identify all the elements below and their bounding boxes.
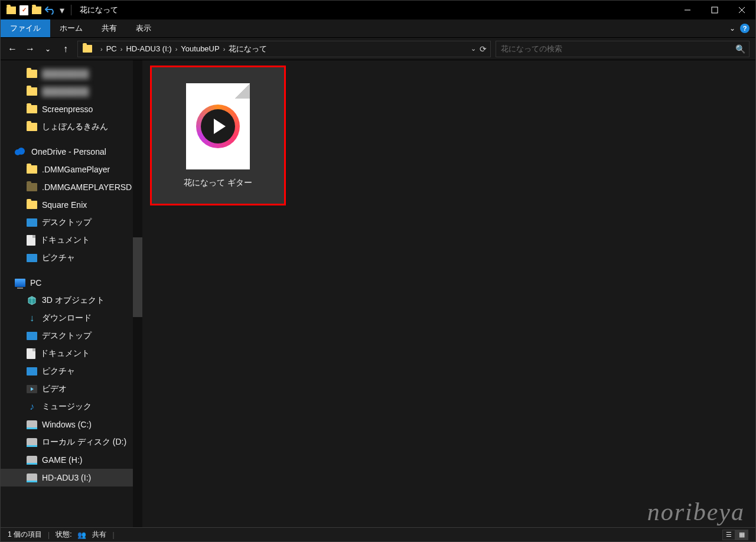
qat-dropdown-icon[interactable]: ▾ [59, 5, 65, 16]
shared-icon: 👥 [77, 531, 86, 539]
scrollbar[interactable] [133, 60, 142, 527]
folder-icon [27, 201, 37, 209]
download-icon: ↓ [27, 313, 37, 324]
search-icon[interactable]: 🔍 [731, 44, 749, 54]
tree-item[interactable]: OneDrive - Personal [1, 143, 142, 161]
tree-item-label: Windows (C:) [42, 420, 92, 429]
tree-item-label: ミュージック [42, 401, 92, 412]
breadcrumb-segment[interactable]: 花になって [229, 44, 267, 54]
folder-icon [6, 6, 16, 14]
view-details-button[interactable]: ☰ [722, 530, 735, 540]
tree-item-label: Square Enix [42, 200, 87, 210]
tree-item[interactable]: Square Enix [1, 196, 142, 214]
tree-item[interactable]: ドキュメント [1, 231, 142, 249]
picture-icon [27, 332, 37, 340]
tree-item-label: 3D オブジェクト [42, 295, 105, 306]
picture-icon [27, 218, 37, 227]
tree-item-label: GAME (H:) [42, 455, 82, 465]
tree-item-label: ████████ [42, 87, 89, 96]
tree-item[interactable]: ████████ [1, 65, 142, 83]
tree-item[interactable]: しょぼんるきみん [1, 118, 142, 136]
minimize-button[interactable] [674, 1, 701, 19]
tree-item-label: HD-ADU3 (I:) [42, 473, 91, 482]
separator [71, 5, 71, 15]
up-button[interactable]: ↑ [57, 41, 74, 57]
tree-item[interactable]: デスクトップ [1, 214, 142, 231]
nav-bar: ← → ⌄ ↑ › PC › HD-ADU3 (I:) › YoutubeUP … [1, 38, 755, 60]
undo-icon[interactable] [45, 5, 56, 15]
3d-objects-icon [27, 296, 37, 305]
tab-home[interactable]: ホーム [50, 19, 92, 37]
close-button[interactable] [728, 1, 755, 19]
drive-icon [27, 456, 37, 464]
tree-item[interactable]: ドキュメント [1, 345, 142, 363]
tree-item[interactable]: Windows (C:) [1, 416, 142, 433]
window-title: 花になって [80, 5, 118, 15]
folder-icon [27, 87, 37, 96]
search-box[interactable]: 🔍 [496, 41, 750, 57]
file-list[interactable]: 花になって ギター [142, 60, 755, 527]
tree-item[interactable]: ピクチャ [1, 363, 142, 380]
folder-icon [27, 183, 37, 191]
search-input[interactable] [496, 41, 731, 57]
breadcrumb-segment[interactable]: PC [106, 44, 117, 53]
pc-icon [15, 279, 25, 287]
file-item[interactable]: 花になって ギター [151, 66, 285, 205]
folder-icon [27, 70, 37, 78]
video-icon [27, 385, 37, 393]
recent-dropdown-icon[interactable]: ⌄ [40, 41, 56, 57]
tab-view[interactable]: 表示 [126, 19, 161, 37]
breadcrumb-segment[interactable]: HD-ADU3 (I:) [126, 44, 171, 53]
help-icon[interactable]: ? [740, 24, 750, 33]
nav-tree[interactable]: ████████████████ScreenpressoしょぼんるきみんOneD… [1, 60, 142, 527]
tree-item[interactable]: PC [1, 274, 142, 292]
video-file-icon [186, 83, 250, 169]
forward-button[interactable]: → [22, 41, 38, 57]
tree-item[interactable]: ピクチャ [1, 249, 142, 267]
tree-item[interactable]: GAME (H:) [1, 451, 142, 469]
tree-item[interactable]: ↓ダウンロード [1, 309, 142, 327]
tree-item-label: PC [30, 278, 41, 288]
maximize-button[interactable] [701, 1, 728, 19]
chevron-right-icon[interactable]: › [223, 45, 226, 53]
chevron-right-icon[interactable]: › [120, 45, 123, 53]
tree-item[interactable]: ████████ [1, 83, 142, 100]
chevron-right-icon[interactable]: › [175, 45, 178, 53]
tree-item[interactable]: .DMMGamePlayer [1, 161, 142, 178]
folder-icon [83, 45, 92, 53]
view-icons-button[interactable]: ▦ [735, 530, 748, 540]
tree-item[interactable]: ♪ミュージック [1, 398, 142, 416]
tree-item-label: ローカル ディスク (D:) [42, 437, 126, 448]
refresh-icon[interactable]: ⟳ [480, 44, 487, 54]
ribbon-expand-icon[interactable]: ⌄ [729, 24, 735, 32]
breadcrumb-segment[interactable]: YoutubeUP [181, 44, 219, 53]
drive-icon [27, 438, 37, 446]
status-bar: 1 個の項目 | 状態: 👥 共有 | ☰ ▦ [1, 527, 755, 541]
tree-item-label: ピクチャ [42, 366, 75, 377]
scrollbar-thumb[interactable] [133, 237, 142, 317]
ribbon: ファイル ホーム 共有 表示 ⌄ ? [1, 19, 755, 38]
tree-item[interactable]: .DMMGAMEPLAYERSD [1, 178, 142, 196]
properties-icon[interactable] [19, 5, 28, 15]
tree-item-label: .DMMGamePlayer [42, 165, 110, 174]
drive-icon [27, 474, 37, 482]
document-icon [27, 348, 35, 359]
breadcrumb[interactable]: › PC › HD-ADU3 (I:) › YoutubeUP › 花になって … [77, 41, 491, 57]
back-button[interactable]: ← [4, 41, 21, 57]
folder-icon [32, 6, 41, 14]
tree-item[interactable]: HD-ADU3 (I:) [1, 469, 142, 487]
breadcrumb-dropdown-icon[interactable]: ⌄ [471, 45, 476, 53]
file-tab[interactable]: ファイル [1, 19, 50, 37]
tree-item[interactable]: ローカル ディスク (D:) [1, 433, 142, 451]
music-icon: ♪ [27, 401, 37, 412]
chevron-right-icon[interactable]: › [100, 45, 103, 53]
tree-item[interactable]: ビデオ [1, 380, 142, 398]
tree-item-label: ピクチャ [42, 253, 75, 263]
tree-item-label: ダウンロード [42, 313, 92, 324]
tree-item[interactable]: デスクトップ [1, 327, 142, 345]
tree-item-label: デスクトップ [42, 331, 92, 341]
tree-item-label: .DMMGAMEPLAYERSD [42, 182, 132, 192]
tree-item[interactable]: Screenpresso [1, 100, 142, 118]
tab-share[interactable]: 共有 [92, 19, 126, 37]
tree-item[interactable]: 3D オブジェクト [1, 292, 142, 309]
